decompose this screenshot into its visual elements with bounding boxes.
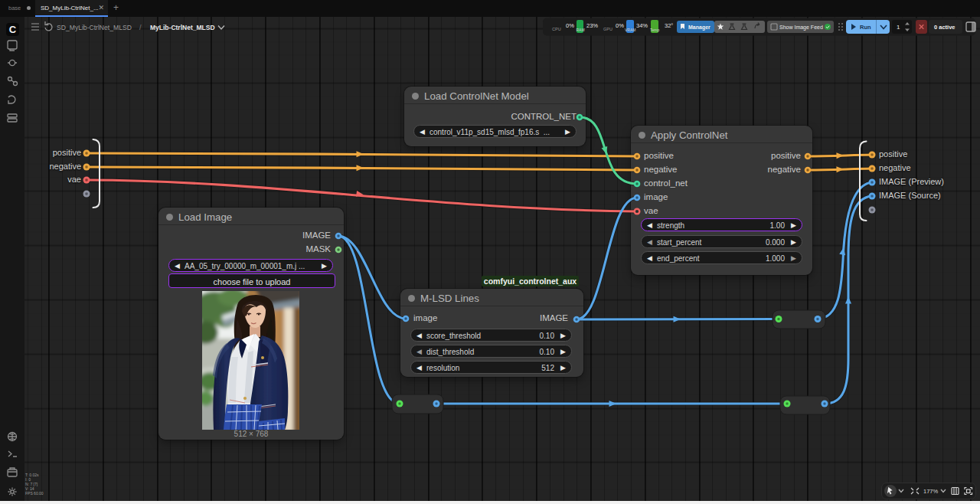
svg-text:Run: Run (860, 24, 871, 31)
svg-text:VRAM: VRAM (625, 28, 635, 32)
svg-text:0 active: 0 active (934, 24, 956, 31)
svg-text:32°: 32° (665, 22, 673, 29)
svg-text:0%: 0% (616, 22, 624, 29)
svg-text:1: 1 (897, 24, 900, 31)
svg-text:C: C (9, 24, 17, 35)
svg-text:Show Image Feed: Show Image Feed (779, 25, 823, 31)
svg-text:Temp: Temp (650, 28, 659, 32)
svg-text:SD_MyLib-CtrlNet_MLSD: SD_MyLib-CtrlNet_MLSD (57, 24, 132, 31)
svg-text:23%: 23% (586, 22, 598, 29)
svg-text:Manager: Manager (688, 25, 710, 31)
svg-text:MyLib-CtrlNet_MLSD: MyLib-CtrlNet_MLSD (150, 24, 215, 31)
svg-text:GPU: GPU (603, 27, 612, 31)
svg-text:CPU: CPU (552, 27, 561, 31)
svg-text:34%: 34% (636, 22, 648, 29)
svg-text:177%: 177% (923, 488, 939, 495)
svg-text:RAM: RAM (577, 28, 585, 32)
svg-text:0%: 0% (566, 22, 574, 29)
svg-text:/: / (139, 24, 142, 31)
